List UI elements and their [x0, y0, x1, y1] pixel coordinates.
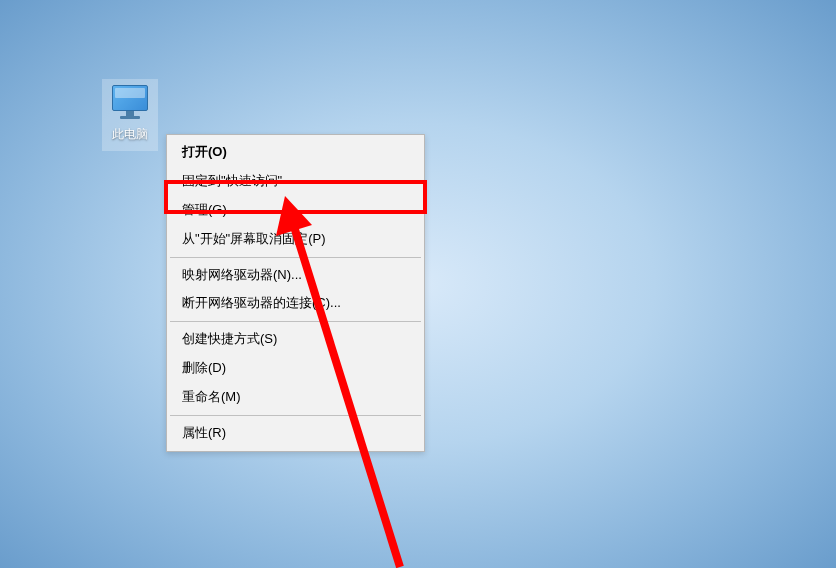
- menu-item-map-network-drive[interactable]: 映射网络驱动器(N)...: [169, 261, 422, 290]
- menu-item-create-shortcut[interactable]: 创建快捷方式(S): [169, 325, 422, 354]
- menu-item-manage[interactable]: 管理(G): [169, 196, 422, 225]
- menu-item-disconnect-network-drive[interactable]: 断开网络驱动器的连接(C)...: [169, 289, 422, 318]
- menu-item-rename[interactable]: 重命名(M): [169, 383, 422, 412]
- desktop-icon-label: 此电脑: [112, 126, 148, 143]
- menu-item-delete[interactable]: 删除(D): [169, 354, 422, 383]
- context-menu: 打开(O) 固定到"快速访问" 管理(G) 从"开始"屏幕取消固定(P) 映射网…: [166, 134, 425, 452]
- menu-separator: [170, 415, 421, 416]
- menu-separator: [170, 321, 421, 322]
- menu-item-pin-quick-access[interactable]: 固定到"快速访问": [169, 167, 422, 196]
- desktop-icon-this-pc[interactable]: 此电脑: [102, 79, 158, 151]
- computer-icon: [108, 83, 152, 123]
- menu-item-unpin-start[interactable]: 从"开始"屏幕取消固定(P): [169, 225, 422, 254]
- menu-item-properties[interactable]: 属性(R): [169, 419, 422, 448]
- menu-item-open[interactable]: 打开(O): [169, 138, 422, 167]
- menu-separator: [170, 257, 421, 258]
